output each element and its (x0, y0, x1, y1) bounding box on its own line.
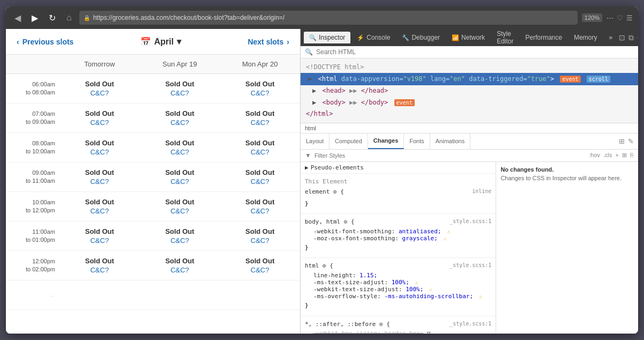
cc-link[interactable]: C&C? (90, 119, 109, 127)
css-selector: *, ::after, ::before ⊙ { (305, 321, 390, 328)
prop-value: 100%; (406, 286, 423, 293)
cc-link[interactable]: C&C? (170, 266, 189, 274)
warn-icon: ⚠ (415, 279, 418, 285)
table-row: 10:00amto 12:00pm Sold OutC&C? Sold OutC… (6, 192, 300, 221)
cc-link[interactable]: C&C? (251, 119, 269, 127)
month-label: April (154, 37, 174, 47)
previous-slots-button[interactable]: ‹ Previous slots (17, 38, 73, 46)
back-button[interactable]: ◀ (11, 11, 24, 25)
cc-link[interactable]: C&C? (251, 148, 269, 156)
inspector-icon: 🔍 (309, 34, 317, 41)
next-slots-button[interactable]: Next slots › (248, 38, 289, 46)
cc-link[interactable]: C&C? (251, 207, 269, 215)
address-text: https://groceries.asda.com/checkout/book… (93, 14, 285, 21)
prop-value: antialiased; (399, 228, 441, 235)
cc-link[interactable]: C&C? (170, 89, 189, 97)
devtools-tab-network[interactable]: 📶 Network (446, 32, 490, 43)
chevron-left-icon: ‹ (17, 38, 19, 46)
filter-right-controls: :hov .cls + ⊞ ⎘ (589, 152, 634, 159)
html-search-input[interactable] (316, 48, 634, 56)
browser-toolbar: ◀ ▶ ↻ ⌂ 🔒 https://groceries.asda.com/che… (6, 6, 638, 29)
expand-body-icon[interactable]: ▶ (312, 99, 316, 106)
refresh-button[interactable]: ↻ (46, 11, 59, 25)
html-tag-open: <html (318, 75, 337, 83)
hov-button[interactable]: :hov (589, 152, 600, 159)
cc-link[interactable]: C&C? (251, 178, 269, 186)
dock-icon[interactable]: ⊡ (619, 33, 625, 42)
html-root-line[interactable]: ▶ <html data-appversion="v198" lang="en"… (301, 73, 638, 85)
tab-layout[interactable]: Layout (301, 134, 330, 149)
cc-link[interactable]: C&C? (90, 178, 109, 186)
cc-link[interactable]: C&C? (251, 266, 269, 274)
cc-link[interactable]: C&C? (170, 119, 189, 127)
tab-changes[interactable]: Changes (368, 134, 404, 149)
cc-link[interactable]: C&C? (170, 178, 189, 186)
warn-icon: ⚠ (429, 286, 432, 292)
cc-link[interactable]: C&C? (170, 236, 189, 245)
cc-link[interactable]: C&C? (90, 207, 109, 215)
devtools-tab-performance[interactable]: Performance (520, 32, 567, 43)
cc-link[interactable]: C&C? (170, 148, 189, 156)
address-bar[interactable]: 🔒 https://groceries.asda.com/checkout/bo… (79, 11, 578, 25)
lock-icon: 🔒 (84, 15, 90, 21)
styles-tabs-bar: Layout Computed Changes Fonts Animations… (301, 134, 638, 150)
slot-cell: Sold OutC&C? (59, 105, 140, 131)
prop-value: 1.15; (360, 272, 377, 279)
sold-out-label: Sold Out (143, 198, 217, 206)
prop-value: 100%; (392, 279, 409, 286)
expand-icon[interactable]: ⊞ (619, 137, 625, 145)
sold-out-label: Sold Out (143, 109, 217, 117)
home-button[interactable]: ⌂ (63, 11, 75, 25)
expand-icon[interactable]: ▶ (308, 75, 312, 83)
bookmark-icon[interactable]: ♡ (617, 14, 623, 22)
slot-cell: Sold OutC&C? (59, 135, 140, 161)
breadcrumb-html: html (305, 125, 316, 131)
box-sizing-flag: ▽ (427, 330, 431, 334)
devtools-tab-style-editor[interactable]: Style Editor (491, 29, 519, 47)
sold-out-label: Sold Out (223, 80, 297, 88)
slot-cell: Sold OutC&C? (140, 135, 220, 161)
grid-icon[interactable]: ⊞ (622, 152, 627, 159)
settings-icon[interactable]: ✎ (628, 137, 634, 145)
cc-link[interactable]: C&C? (90, 266, 109, 274)
table-row: 11:00amto 01:00pm Sold OutC&C? Sold OutC… (6, 221, 300, 251)
devtools-tab-console[interactable]: ⚡ Console (351, 32, 395, 43)
cc-link[interactable]: C&C? (90, 236, 109, 245)
pseudo-elements-row[interactable]: ▶ Pseudo-elements (301, 162, 496, 174)
split-icon[interactable]: ⧉ (628, 33, 634, 42)
devtools-tab-inspector[interactable]: 🔍 Inspector (304, 32, 350, 43)
html-body-line[interactable]: ▶ <body> ▶▶ </body> event (312, 97, 633, 108)
filter-styles-input[interactable] (314, 152, 388, 159)
tab-computed[interactable]: Computed (330, 134, 368, 149)
copy-icon[interactable]: ⎘ (630, 152, 634, 159)
cc-link[interactable]: C&C? (251, 89, 269, 97)
cc-link[interactable]: C&C? (170, 207, 189, 215)
no-changes-title: No changes found. (500, 166, 634, 173)
tab-fonts[interactable]: Fonts (404, 134, 430, 149)
more-tabs-icon: » (609, 34, 613, 41)
devtools-tab-more[interactable]: » (604, 32, 618, 43)
more-icon[interactable]: ☰ (626, 14, 633, 22)
css-prop: -webkit-box-sizing: border-box; ▽ (313, 330, 491, 334)
css-file: _style.scss:1 (450, 217, 491, 226)
add-rule-button[interactable]: + (616, 152, 619, 159)
cc-link[interactable]: C&C? (90, 89, 109, 97)
css-selector: html ⊙ { (305, 262, 333, 269)
tab-animations[interactable]: Animations (430, 134, 470, 149)
table-row: 09:00amto 11:00am Sold OutC&C? Sold OutC… (6, 162, 300, 192)
month-selector-button[interactable]: 📅 April ▾ (140, 36, 181, 47)
time-1000: 10:00amto 12:00pm (6, 194, 59, 219)
slot-cell: Sold OutC&C? (220, 223, 300, 249)
extensions-icon[interactable]: ⋯ (606, 14, 613, 22)
close-devtools-icon[interactable]: ⋯ (637, 33, 638, 42)
html-search-bar: 🔍 (301, 46, 638, 58)
devtools-tab-debugger[interactable]: 🔧 Debugger (396, 32, 445, 43)
expand-head-icon[interactable]: ▶ (312, 87, 316, 94)
html-head-line[interactable]: ▶ <head> ▶▶ </head> (312, 85, 633, 97)
devtools-tab-memory[interactable]: Memory (568, 32, 602, 43)
cls-button[interactable]: .cls (603, 152, 612, 159)
cc-link[interactable]: C&C? (90, 148, 109, 156)
slot-cell (220, 291, 300, 299)
forward-button[interactable]: ▶ (28, 11, 41, 25)
cc-link[interactable]: C&C? (251, 236, 269, 245)
